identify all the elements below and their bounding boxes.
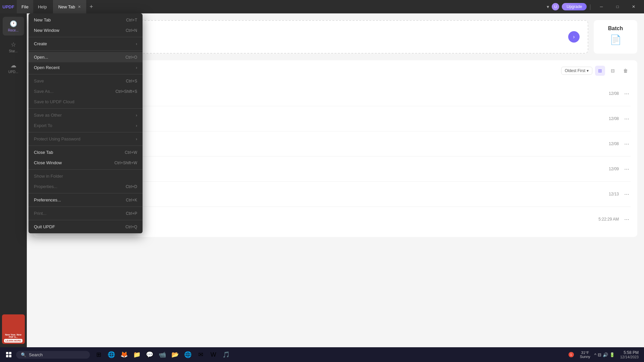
menu-item-print[interactable]: Print... Ctrl+P (29, 208, 143, 219)
menu-item-properties[interactable]: Properties... Ctrl+D (29, 181, 143, 192)
sort-button[interactable]: Oldest First ▾ (561, 67, 592, 75)
sidebar-item-starred-label: Star... (9, 49, 17, 53)
sidebar-item-recent-label: Rece... (8, 28, 19, 32)
file-more-button[interactable]: ··· (623, 216, 631, 223)
start-button[interactable] (3, 349, 15, 361)
menu-item-label: New Tab (34, 17, 51, 22)
taskbar-icon-app2[interactable]: 🎵 (220, 349, 232, 361)
menu-item-protect-password[interactable]: Protect Using Password › (29, 134, 143, 144)
submenu-arrow-icon: › (136, 123, 137, 128)
maximize-button[interactable]: □ (610, 0, 625, 13)
menu-item-save-as[interactable]: Save As... Ctrl+Shift+S (29, 86, 143, 97)
tray-chevron-icon[interactable]: ^ (594, 352, 596, 357)
add-tab-button[interactable]: + (86, 3, 97, 10)
user-avatar[interactable]: U (552, 3, 559, 10)
menu-separator (29, 206, 143, 207)
menu-item-quit[interactable]: Quit UPDF Ctrl+Q (29, 222, 143, 232)
menu-separator (29, 193, 143, 193)
ad-text: New Year. New PDF S... (3, 334, 23, 338)
close-button[interactable]: ✕ (626, 0, 641, 13)
taskbar-icon-browser2[interactable]: 🦊 (118, 349, 130, 361)
menu-separator (29, 169, 143, 170)
tab-area: New Tab ✕ + (53, 0, 97, 13)
submenu-arrow-icon: › (136, 42, 137, 46)
sidebar: 🕐 Rece... ☆ Star... ☁ UPD... New Year. N… (0, 13, 27, 347)
menu-item-label: Open Recent (34, 65, 60, 70)
file-more-button[interactable]: ··· (623, 140, 631, 147)
taskbar-icon-app1[interactable]: 📁 (131, 349, 143, 361)
cloud-icon: ☁ (10, 62, 16, 69)
delete-all-button[interactable]: 🗑 (621, 66, 631, 76)
shortcut-close-tab: Ctrl+W (125, 150, 137, 155)
menu-item-label: Save to UPDF Cloud (34, 99, 74, 104)
system-clock[interactable]: 5:58 PM 12/14/2023 (618, 350, 641, 359)
batch-title: Batch (608, 25, 623, 32)
batch-section[interactable]: Batch 📄 (594, 20, 637, 54)
tray-network-icon[interactable]: ⊟ (598, 352, 601, 357)
taskbar-icon-widgets[interactable]: ⊞ (93, 349, 105, 361)
menu-item-save-cloud[interactable]: Save to UPDF Cloud (29, 97, 143, 107)
taskbar-icon-browser1[interactable]: 🌐 (105, 349, 117, 361)
batch-icon: 📄 (610, 34, 622, 45)
sort-arrow-icon: ▾ (587, 68, 589, 73)
grid-view-button[interactable]: ⊞ (595, 66, 605, 76)
file-date: 12/09 (609, 167, 619, 171)
menu-item-save[interactable]: Save Ctrl+S (29, 76, 143, 86)
menu-item-label: Preferences... (34, 197, 61, 202)
menu-item-close-window[interactable]: Close Window Ctrl+Shift+W (29, 158, 143, 168)
menu-help[interactable]: Help (33, 0, 52, 13)
menu-item-new-window[interactable]: New Window Ctrl+N (29, 25, 143, 36)
file-more-button[interactable]: ··· (623, 191, 631, 198)
sidebar-item-starred[interactable]: ☆ Star... (3, 38, 24, 56)
shortcut-close-window: Ctrl+Shift+W (114, 161, 137, 165)
taskbar-icon-mail[interactable]: ✉ (195, 349, 207, 361)
weather-widget[interactable]: 1 (567, 352, 576, 357)
menu-item-new-tab[interactable]: New Tab Ctrl+T (29, 15, 143, 25)
upgrade-button[interactable]: Upgrade (562, 3, 587, 10)
menu-item-open[interactable]: Open... Ctrl+O (29, 52, 143, 62)
windows-logo-icon (6, 352, 11, 357)
menu-item-show-folder[interactable]: Show in Folder (29, 171, 143, 181)
sidebar-ad-banner[interactable]: New Year. New PDF S... LEARN MORE (2, 314, 25, 344)
taskbar-icon-video[interactable]: 📹 (156, 349, 168, 361)
menu-item-label: Properties... (34, 184, 57, 189)
menu-file[interactable]: File (17, 0, 33, 13)
file-more-button[interactable]: ··· (623, 115, 631, 122)
divider: | (589, 3, 591, 10)
taskbar-search-box[interactable]: 🔍 Search (16, 351, 90, 359)
shortcut-properties: Ctrl+D (126, 184, 137, 189)
taskbar-icon-word[interactable]: W (207, 349, 219, 361)
tray-speaker-icon[interactable]: 🔊 (603, 352, 608, 357)
menu-item-preferences[interactable]: Preferences... Ctrl+K (29, 195, 143, 205)
file-more-button[interactable]: ··· (623, 166, 631, 173)
tab-close-button[interactable]: ✕ (78, 5, 81, 9)
dropdown-arrow[interactable]: ▾ (547, 4, 549, 9)
submenu-arrow-icon: › (136, 65, 137, 70)
shortcut-quit: Ctrl+Q (125, 225, 137, 229)
sidebar-item-recent[interactable]: 🕐 Rece... (3, 17, 24, 36)
tray-battery-icon[interactable]: 🔋 (609, 352, 615, 357)
menu-item-export[interactable]: Export To › (29, 120, 143, 131)
menu-item-label: Quit UPDF (34, 224, 55, 229)
menu-separator (29, 145, 143, 146)
taskbar-icon-files[interactable]: 📂 (169, 349, 181, 361)
clock-date: 12/14/2023 (620, 355, 639, 359)
temperature: 31°F (581, 351, 589, 355)
upgrade-label: Upgrade (567, 4, 582, 9)
file-date: 12/13 (609, 192, 619, 196)
ad-button[interactable]: LEARN MORE (4, 339, 22, 343)
shortcut-print: Ctrl+P (126, 211, 137, 216)
menu-item-create[interactable]: Create › (29, 39, 143, 49)
taskbar-icon-edge[interactable]: 🌐 (182, 349, 194, 361)
list-view-button[interactable]: ⊟ (608, 66, 618, 76)
taskbar-icon-chat[interactable]: 💬 (144, 349, 156, 361)
file-more-button[interactable]: ··· (623, 90, 631, 97)
weather-display[interactable]: 31°F Sunny (579, 351, 592, 359)
minimize-button[interactable]: ─ (594, 0, 609, 13)
menu-item-save-other[interactable]: Save as Other › (29, 110, 143, 120)
menu-item-open-recent[interactable]: Open Recent › (29, 62, 143, 73)
new-tab[interactable]: New Tab ✕ (53, 0, 86, 13)
open-file-arrow-button[interactable]: › (568, 31, 580, 43)
sidebar-item-updf[interactable]: ☁ UPD... (3, 58, 24, 77)
menu-item-close-tab[interactable]: Close Tab Ctrl+W (29, 147, 143, 158)
